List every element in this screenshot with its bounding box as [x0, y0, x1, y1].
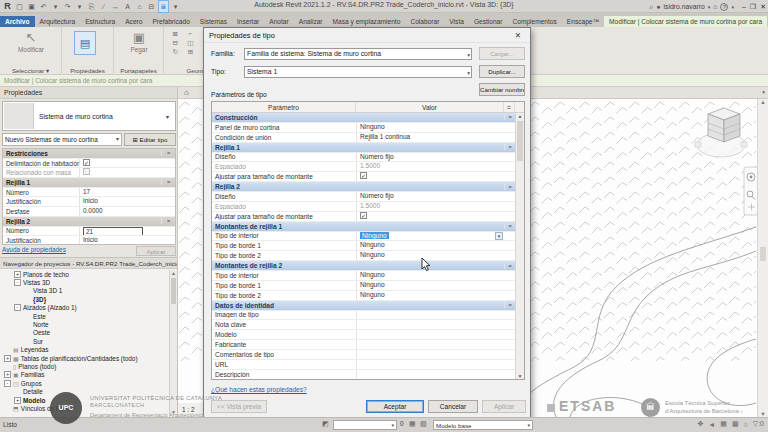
dimension-icon[interactable]: ↔ [110, 1, 121, 12]
parameter-value[interactable]: Inicio [79, 236, 161, 245]
home-icon[interactable]: ⌂ [184, 88, 189, 97]
help-dropdown-icon[interactable]: ▾ [731, 4, 734, 10]
viewtab-overflow-icon[interactable]: ▾ [762, 89, 765, 95]
browser-item-alzados-alzado-1-[interactable]: -Alzados (Alzado 1) [0, 304, 169, 312]
app-menu-r[interactable]: R [2, 1, 13, 12]
parameter-value[interactable] [356, 350, 504, 359]
collapse-icon[interactable]: - [14, 304, 21, 311]
redo-icon[interactable]: ↷ [62, 1, 73, 12]
properties-help-link[interactable]: Ayuda de propiedades [2, 246, 66, 253]
parameter-value[interactable] [356, 360, 504, 369]
text-icon[interactable]: A [122, 1, 133, 12]
parameter-value[interactable]: Número fijo [356, 153, 504, 162]
checkbox[interactable]: ✓ [83, 159, 90, 166]
select-links-icon[interactable]: ▦ [720, 420, 727, 428]
section-pin-icon[interactable]: = [504, 223, 515, 229]
parameter-value[interactable]: Ninguno [356, 241, 504, 250]
section-pin-icon[interactable]: = [504, 302, 515, 308]
cancelar-button[interactable]: Cancelar [428, 400, 478, 413]
exclude-options-icon[interactable]: ✥ [697, 420, 703, 428]
browser-item-este[interactable]: Este [0, 312, 169, 320]
collapse-icon[interactable]: - [14, 279, 21, 286]
paint-icon[interactable]: ◫ [183, 39, 197, 47]
browser-item-oeste[interactable]: Oeste [0, 329, 169, 337]
parameter-value[interactable]: Rejilla 1 continua [356, 133, 504, 142]
parameter-value[interactable] [356, 320, 504, 329]
ribbon-tab-prefabricado[interactable]: Prefabricado [147, 16, 194, 27]
parameter-value[interactable] [356, 311, 504, 320]
ribbon-tab-complementos[interactable]: Complementos [507, 16, 561, 27]
ribbon-tab-sistemas[interactable]: Sistemas [195, 16, 232, 27]
section-pin-icon[interactable]: = [504, 114, 515, 120]
parameter-value[interactable]: 0.0000 [79, 207, 161, 216]
design-option-dropdown[interactable]: ▾Modelo base [433, 420, 533, 430]
parameter-value[interactable]: ✓ [356, 172, 504, 181]
browser-item--3d-[interactable]: {3D} [0, 295, 169, 303]
search-icon[interactable]: ⌕ [649, 3, 653, 11]
value-edit-box[interactable]: 21 [83, 227, 143, 236]
dialog-close-icon[interactable]: ✕ [511, 31, 525, 40]
ribbon-tab-insertar[interactable]: Insertar [232, 16, 264, 27]
parameter-value[interactable] [356, 340, 504, 349]
browser-item-leyendas[interactable]: ▤Leyendas [0, 346, 169, 354]
scroll-down-icon[interactable]: ▼ [516, 373, 524, 379]
parameter-value[interactable]: Número fijo [356, 192, 504, 201]
edit-type-button[interactable]: ⊞ Editar tipo [124, 133, 176, 146]
browser-item-planos-de-techo[interactable]: +Planos de techo [0, 270, 169, 278]
checkbox[interactable] [83, 168, 90, 175]
ribbon-tab-modificar-colocar-sistema-de-m[interactable]: Modificar | Colocar sistema de muro cort… [604, 16, 767, 27]
parameter-value[interactable]: 1.5000 [356, 162, 504, 171]
cut-geometry-icon[interactable]: ⊠ [168, 30, 182, 38]
table-scrollbar[interactable]: ▲ ▼ [515, 113, 524, 379]
parameter-value[interactable]: 17 [79, 188, 161, 197]
section-pin-icon[interactable]: = [161, 218, 175, 224]
browser-item-familias[interactable]: +▣Familias [0, 371, 169, 379]
section-icon[interactable]: ⊟ [146, 1, 157, 12]
parameter-value[interactable]: ✓ [356, 212, 504, 221]
redo-drop-icon[interactable]: ▾ [74, 1, 85, 12]
section-pin-icon[interactable]: = [161, 179, 175, 185]
ribbon-tab-arquitectura[interactable]: Arquitectura [35, 16, 81, 27]
active-workset-dropdown[interactable]: ▾ [333, 420, 397, 430]
aceptar-button[interactable]: Aceptar [366, 400, 424, 413]
scroll-up-icon[interactable]: ▲ [170, 270, 177, 276]
browser-item-vistas-3d[interactable]: -Vistas 3D [0, 278, 169, 286]
parameter-value[interactable]: Ninguno▾ [356, 232, 504, 241]
ribbon-tab-gestionar[interactable]: Gestionar [469, 16, 508, 27]
section-pin-icon[interactable]: = [504, 184, 515, 190]
undo-icon[interactable]: ↶ [38, 1, 49, 12]
parameter-value[interactable]: ✓ [79, 159, 161, 168]
browser-item-norte[interactable]: Norte [0, 320, 169, 328]
browser-item-planos-todo-[interactable]: ▯Planos (todo) [0, 362, 169, 370]
browser-item-tablas-de-planificaci-n-c[interactable]: +▦Tablas de planificación/Cantidades (to… [0, 354, 169, 362]
select-by-face-icon[interactable]: ○ [744, 421, 748, 428]
worksets-icon[interactable]: ◩ [322, 420, 329, 428]
expand-icon[interactable]: + [14, 397, 21, 404]
selected-value[interactable]: Ninguno [360, 232, 389, 239]
ribbon-tab-acero[interactable]: Acero [120, 16, 147, 27]
checkbox[interactable]: ✓ [360, 172, 367, 179]
ribbon-tab-enscape-[interactable]: Enscape™ [562, 16, 604, 27]
ribbon-tab-colaborar[interactable]: Colaborar [405, 16, 444, 27]
parameter-value[interactable]: Inicio [79, 197, 161, 206]
column-header-parametro[interactable]: Parámetro [212, 102, 356, 112]
browser-item-sur[interactable]: Sur [0, 337, 169, 345]
tipo-combo[interactable]: Sistema 1▾ [244, 66, 472, 78]
instance-selector[interactable]: ▾Nuevo Sistemas de muro cortina [2, 133, 122, 146]
navigation-bar[interactable] [744, 167, 758, 215]
type-selector-dropdown-icon[interactable]: ▾ [166, 113, 175, 120]
expand-icon[interactable]: + [14, 271, 21, 278]
checkbox[interactable]: ✓ [360, 212, 367, 219]
section-pin-icon[interactable]: = [504, 144, 515, 150]
save-icon[interactable]: ▣ [26, 1, 37, 12]
properties-toggle-button[interactable]: ▤ [74, 31, 96, 55]
modify-button[interactable]: ↖ Modificar [8, 30, 54, 53]
ribbon-tab-masa-y-emplazamiento[interactable]: Masa y emplazamiento [328, 16, 406, 27]
measure-icon[interactable]: ∕ [98, 1, 109, 12]
parameter-value[interactable] [356, 330, 504, 339]
section-pin-icon[interactable]: = [504, 263, 515, 269]
collapse-icon[interactable]: - [4, 380, 11, 387]
section-pin-icon[interactable]: = [161, 150, 175, 156]
parameter-value[interactable]: Ninguno [356, 123, 504, 132]
press-drag-icon[interactable]: ◄ [708, 421, 715, 428]
